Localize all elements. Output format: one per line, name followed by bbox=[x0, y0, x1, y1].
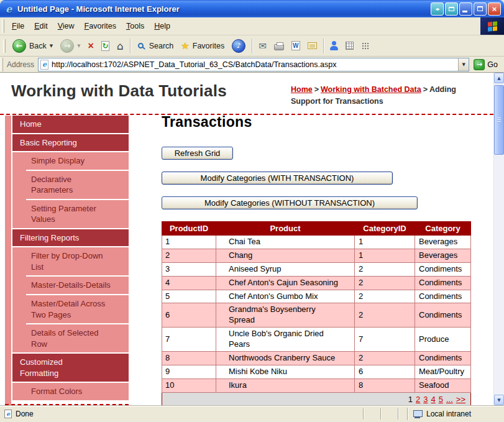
maximize-button[interactable] bbox=[474, 2, 487, 16]
close-button[interactable]: × bbox=[488, 2, 501, 16]
extra-window-button-2[interactable] bbox=[445, 2, 458, 16]
pager-page-2[interactable]: 2 bbox=[416, 395, 420, 404]
menu-help[interactable]: Help bbox=[149, 19, 175, 34]
discuss-icon bbox=[308, 42, 317, 49]
forward-dropdown-icon[interactable]: ▼ bbox=[77, 44, 80, 48]
sidebar-item-filtering-reports[interactable]: Filtering Reports bbox=[12, 229, 129, 247]
menu-file[interactable]: File bbox=[7, 19, 29, 34]
table-row: 10 Ikura 8 Seafood bbox=[162, 378, 471, 392]
sidebar-item-setting-parameter-values[interactable]: Setting Parameter Values bbox=[26, 200, 129, 228]
tiles-button[interactable] bbox=[342, 40, 357, 52]
sidebar-item-customized-formatting[interactable]: Customized Formatting bbox=[12, 354, 129, 382]
sidebar-item-filter-by-dropdown-list[interactable]: Filter by Drop-Down List bbox=[26, 247, 129, 275]
cell-categoryid: 8 bbox=[355, 378, 415, 392]
sidebar-item-format-colors[interactable]: Format Colors bbox=[26, 383, 129, 400]
sidebar-item-master-detail-two-pages[interactable]: Master/Detail Across Two Pages bbox=[26, 295, 129, 323]
address-input[interactable]: e http://localhost:1702/ASPNET_Data_Tuto… bbox=[38, 58, 469, 71]
cell-category: Meat/Poultry bbox=[415, 365, 471, 378]
table-row: 3 Aniseed Syrup 2 Condiments bbox=[162, 262, 471, 276]
sidebar-item-master-details-details[interactable]: Master-Details-Details bbox=[26, 277, 129, 294]
cell-categoryid: 2 bbox=[355, 262, 415, 276]
back-button[interactable]: ← Back ▼ bbox=[9, 37, 56, 55]
menubar-grip[interactable] bbox=[2, 19, 4, 33]
title-bar: e Untitled Page - Microsoft Internet Exp… bbox=[0, 0, 504, 17]
pager-next[interactable]: >> bbox=[456, 395, 465, 404]
cell-category: Produce bbox=[415, 328, 471, 352]
search-button[interactable]: Search bbox=[134, 40, 177, 52]
window-title: Untitled Page - Microsoft Internet Explo… bbox=[17, 4, 428, 14]
scrollbar-thumb[interactable] bbox=[494, 85, 504, 155]
media-button[interactable]: ♪ bbox=[229, 37, 249, 55]
go-button[interactable]: → Go bbox=[474, 59, 498, 70]
maximize-icon bbox=[477, 6, 483, 11]
discuss-button[interactable] bbox=[305, 40, 320, 51]
breadcrumb-link-batched-data[interactable]: Working with Batched Data bbox=[321, 85, 421, 94]
toolbar-grip[interactable] bbox=[3, 39, 6, 53]
refresh-button[interactable]: ↻ bbox=[98, 39, 112, 53]
back-dropdown-icon[interactable]: ▼ bbox=[50, 44, 53, 48]
search-label: Search bbox=[149, 42, 174, 50]
cell-category: Condiments bbox=[415, 276, 471, 290]
column-header-category: Category bbox=[415, 222, 471, 236]
page-header: Working with Data Tutorials Home>Working… bbox=[0, 73, 493, 115]
ie-logo-icon: e bbox=[3, 3, 14, 15]
cell-productid: 8 bbox=[162, 352, 216, 365]
sidebar-item-basic-reporting[interactable]: Basic Reporting bbox=[12, 134, 129, 152]
cell-productid: 3 bbox=[162, 262, 216, 276]
address-url[interactable]: http://localhost:1702/ASPNET_Data_Tutori… bbox=[48, 60, 458, 69]
address-bar: Address e http://localhost:1702/ASPNET_D… bbox=[0, 57, 504, 73]
modify-with-transaction-button[interactable]: Modify Categories (WITH TRANSACTION) bbox=[162, 172, 393, 185]
favorites-button[interactable]: ★ Favorites bbox=[178, 39, 227, 53]
pager-page-3[interactable]: 3 bbox=[423, 395, 428, 404]
vertical-scrollbar[interactable]: ▲ ▼ bbox=[493, 73, 504, 405]
sidebar-item-details-of-selected-row[interactable]: Details of Selected Row bbox=[26, 324, 129, 352]
scroll-down-button[interactable]: ▼ bbox=[494, 395, 504, 405]
dots-grid-button[interactable] bbox=[358, 40, 372, 52]
cell-product: Uncle Bob's Organic Dried Pears bbox=[216, 328, 355, 352]
print-button[interactable] bbox=[271, 40, 287, 52]
toolbar-separator bbox=[252, 39, 252, 53]
status-divider bbox=[363, 408, 364, 420]
pager-page-5[interactable]: 5 bbox=[439, 395, 443, 404]
messenger-button[interactable] bbox=[327, 39, 341, 52]
addressbar-grip[interactable] bbox=[1, 58, 3, 71]
home-button[interactable]: ⌂ bbox=[114, 38, 127, 54]
menu-view[interactable]: View bbox=[53, 19, 80, 34]
dots-grid-icon bbox=[361, 42, 369, 50]
home-icon: ⌂ bbox=[117, 40, 124, 52]
pager-more-pages[interactable]: ... bbox=[446, 395, 453, 404]
sidebar-item-home[interactable]: Home bbox=[12, 116, 129, 133]
edit-button[interactable]: W bbox=[288, 39, 303, 52]
table-header-row: ProductID Product CategoryID Category bbox=[162, 222, 471, 236]
stop-button[interactable]: × bbox=[85, 39, 97, 53]
menu-tools[interactable]: Tools bbox=[121, 19, 149, 34]
cell-category: Beverages bbox=[415, 236, 471, 249]
security-zone-label: Local intranet bbox=[426, 410, 471, 418]
browser-viewport: Working with Data Tutorials Home>Working… bbox=[0, 73, 493, 405]
pager-page-4[interactable]: 4 bbox=[431, 395, 436, 404]
extra-window-button-1[interactable]: ◂▸ bbox=[431, 2, 444, 16]
breadcrumb-link-home[interactable]: Home bbox=[291, 85, 313, 94]
address-dropdown-icon[interactable]: ▼ bbox=[458, 58, 469, 71]
go-arrow-icon: → bbox=[474, 59, 485, 70]
sidebar-group-basic-reporting: Simple Display Declarative Parameters Se… bbox=[12, 152, 129, 228]
sidebar-item-declarative-parameters[interactable]: Declarative Parameters bbox=[26, 171, 129, 199]
minimize-button[interactable] bbox=[459, 2, 472, 16]
minimize-icon bbox=[462, 11, 467, 12]
cell-categoryid: 2 bbox=[355, 276, 415, 290]
scrollbar-track[interactable] bbox=[494, 83, 504, 395]
forward-button[interactable]: → ▼ bbox=[57, 37, 83, 55]
modify-without-transaction-button[interactable]: Modify Categories (WITHOUT TRANSACTION) bbox=[162, 196, 418, 209]
menu-favorites[interactable]: Favorites bbox=[80, 19, 121, 34]
main-content: Transactions Refresh Grid Modify Categor… bbox=[162, 111, 471, 405]
sidebar-item-simple-display[interactable]: Simple Display bbox=[26, 152, 129, 170]
edit-word-icon: W bbox=[291, 41, 300, 50]
favorites-star-icon: ★ bbox=[181, 40, 189, 52]
status-page-icon: e bbox=[4, 410, 12, 418]
mail-button[interactable]: ✉ bbox=[255, 39, 270, 53]
menu-edit[interactable]: Edit bbox=[29, 19, 53, 34]
address-label: Address bbox=[7, 60, 34, 69]
refresh-grid-button[interactable]: Refresh Grid bbox=[162, 147, 233, 160]
table-row: 4 Chef Anton's Cajun Seasoning 2 Condime… bbox=[162, 276, 471, 290]
scroll-up-button[interactable]: ▲ bbox=[494, 73, 504, 83]
